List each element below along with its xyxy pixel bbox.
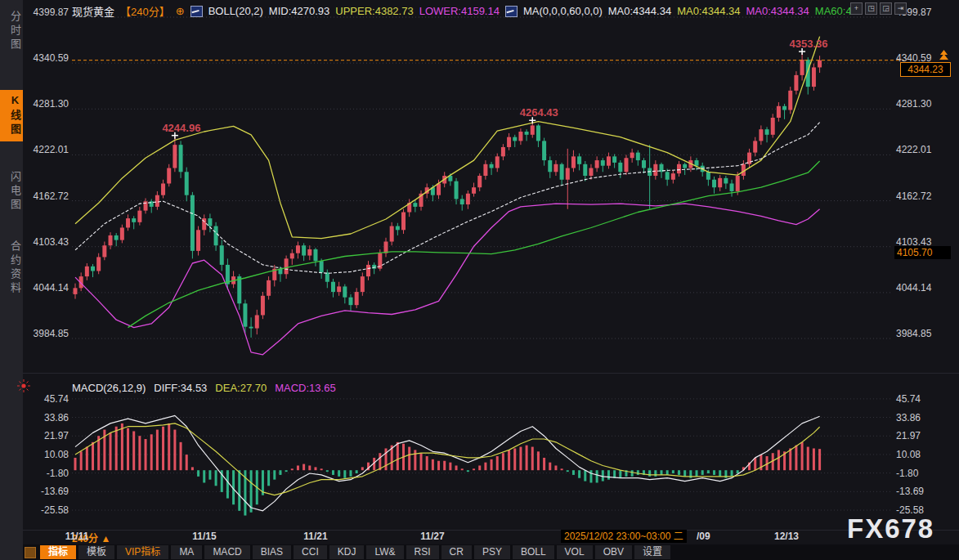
app-root: 4244.964264.434353.36 现货黄金 【240分】 ⊕ BOLL… — [0, 0, 959, 560]
toolbar-item-设置[interactable]: 设置 — [634, 545, 670, 559]
live-indicator-icon — [17, 379, 30, 396]
price-tick-label: 4044.14 — [25, 282, 69, 293]
macd-dea-value: DEA:27.70 — [215, 382, 267, 394]
toolbar-item-CR[interactable]: CR — [441, 545, 472, 559]
price-tick-label: 4340.59 — [25, 52, 69, 64]
interval-tag: 【240分】 — [120, 3, 170, 19]
indicator-chart-icon[interactable] — [190, 6, 203, 17]
x-tick-remnant: /09 — [697, 531, 710, 542]
toolbar-item-CCI[interactable]: CCI — [294, 545, 327, 559]
price-tick-label: 4222.01 — [25, 144, 69, 155]
watermark: FX678 — [847, 513, 934, 544]
peak-annotations: 4244.964264.434353.36 — [162, 38, 827, 139]
toolbar-item-BOLL[interactable]: BOLL — [513, 545, 554, 559]
toolbar-item-OBV[interactable]: OBV — [595, 545, 632, 559]
toolbar-item-RSI[interactable]: RSI — [406, 545, 439, 559]
symbol-name: 现货黄金 — [72, 3, 114, 19]
macd-name: MACD(26,12,9) — [72, 382, 146, 394]
indicator-chart-icon[interactable] — [505, 6, 518, 17]
sidebar: 分时图 K线图 闪电图 合约资料 — [0, 0, 23, 560]
price-tick-label: 3984.85 — [25, 328, 69, 339]
macd-legend: MACD(26,12,9) DIFF:34.53 DEA:27.70 MACD:… — [72, 382, 336, 394]
layout-down-icon[interactable]: ◲ — [880, 2, 892, 15]
price-tick-label: 4162.72 — [25, 190, 69, 202]
price-tick-label: 4044.14 — [896, 282, 953, 293]
boll-lower-line — [75, 204, 820, 355]
toolbar-item-KDJ[interactable]: KDJ — [329, 545, 365, 559]
macd-tick-label: -13.69 — [896, 486, 953, 497]
price-tick-label: 4103.43 — [25, 236, 69, 248]
boll-name: BOLL(20,2) — [208, 5, 263, 17]
layout-up-icon[interactable]: ◳ — [865, 2, 877, 15]
macd-tick-label: 21.97 — [25, 430, 69, 441]
x-tick-label: 12/13 — [762, 531, 811, 542]
toolbar-item-指标[interactable]: 指标 — [40, 545, 76, 559]
x-tick-label: 11/21 — [291, 531, 340, 542]
price-tick-label: 3984.85 — [896, 328, 953, 339]
ma60-value: MA60:4 — [815, 5, 852, 17]
add-indicator-icon[interactable]: ⊕ — [176, 5, 185, 17]
macd-tick-label: 45.74 — [25, 393, 69, 405]
price-tick-label: 4162.72 — [896, 190, 953, 202]
macd-tick-label: -1.80 — [896, 468, 953, 479]
ma-name: MA(0,0,0,60,0,0) — [523, 5, 603, 17]
svg-text:4353.36: 4353.36 — [790, 38, 828, 50]
ma0-white-value: MA0:4344.34 — [608, 5, 671, 17]
x-tick-label: 11/27 — [408, 531, 457, 542]
boll-upper-line — [75, 37, 820, 239]
crosshair-date-label: 2025/12/02 23:00~03:00 二 — [561, 530, 687, 543]
toolbar-item-VOL[interactable]: VOL — [557, 545, 593, 559]
x-tick-label: 11/15 — [180, 531, 229, 542]
svg-text:4244.96: 4244.96 — [162, 122, 200, 134]
ma0-yellow-value: MA0:4344.34 — [677, 5, 740, 17]
current-price-label: 4344.23 — [900, 62, 951, 77]
sidebar-tab-timeline[interactable]: 分时图 — [0, 7, 23, 56]
panel-grid-icon[interactable] — [25, 547, 36, 558]
macd-diff-value: DIFF:34.53 — [154, 382, 207, 394]
macd-tick-label: -13.69 — [25, 486, 69, 497]
toolbar-item-模板[interactable]: 模板 — [78, 545, 114, 559]
macd-tick-label: 33.86 — [25, 412, 69, 423]
gridlines — [72, 17, 893, 510]
chart-canvas[interactable]: 4244.964264.434353.36 — [23, 0, 959, 542]
macd-tick-label: -1.80 — [25, 468, 69, 479]
macd-tick-label: 45.74 — [896, 393, 953, 405]
price-tick-label: 4222.01 — [896, 144, 953, 155]
toolbar-item-MA[interactable]: MA — [171, 545, 202, 559]
ma0-magenta-value: MA0:4344.34 — [746, 5, 809, 17]
indicator-toolbar: 指标模板VIP指标MAMACDBIASCCIKDJLW&RSICRPSYBOLL… — [23, 544, 959, 560]
macd-macd-value: MACD:13.65 — [275, 382, 335, 394]
toolbar-item-BIAS[interactable]: BIAS — [253, 545, 291, 559]
alert-level-label: 4105.70 — [894, 246, 951, 259]
sidebar-tab-flash[interactable]: 闪电图 — [0, 167, 23, 217]
toolbar-item-PSY[interactable]: PSY — [474, 545, 510, 559]
sidebar-tab-kline[interactable]: K线图 — [0, 90, 23, 141]
sidebar-tab-contract[interactable]: 合约资料 — [0, 236, 23, 300]
time-axis: 240分 ▲ 11/1111/1511/2111/2712/13 2025/12… — [23, 530, 959, 544]
toolbar-item-VIP指标[interactable]: VIP指标 — [117, 545, 168, 559]
pan-crosshair-icon[interactable]: + — [850, 2, 863, 15]
svg-text:4264.43: 4264.43 — [520, 106, 558, 119]
boll-lower-value: LOWER:4159.14 — [419, 5, 500, 17]
x-tick-label: 11/11 — [52, 531, 101, 542]
toolbar-item-MACD[interactable]: MACD — [204, 545, 249, 559]
chart-tools: + ◳ ◲ ⇥ — [850, 2, 907, 15]
macd-histogram — [74, 423, 822, 516]
toolbar-item-LW&[interactable]: LW& — [366, 545, 403, 559]
price-marker-icon[interactable] — [939, 49, 949, 64]
price-tick-label: 4399.87 — [25, 7, 69, 18]
pane-divider[interactable] — [23, 373, 959, 374]
boll-mid-value: MID:4270.93 — [269, 5, 329, 17]
macd-tick-label: 10.08 — [896, 449, 953, 460]
price-tick-label: 4281.30 — [25, 98, 69, 110]
step-forward-icon[interactable]: ⇥ — [894, 2, 907, 15]
macd-tick-label: 21.97 — [896, 430, 953, 441]
macd-tick-label: 10.08 — [25, 449, 69, 460]
boll-upper-value: UPPER:4382.73 — [335, 5, 413, 17]
indicator-legend: 现货黄金 【240分】 ⊕ BOLL(20,2) MID:4270.93 UPP… — [72, 3, 852, 19]
macd-tick-label: -25.58 — [25, 504, 69, 516]
price-tick-label: 4281.30 — [896, 98, 953, 110]
macd-tick-label: 33.86 — [896, 412, 953, 423]
